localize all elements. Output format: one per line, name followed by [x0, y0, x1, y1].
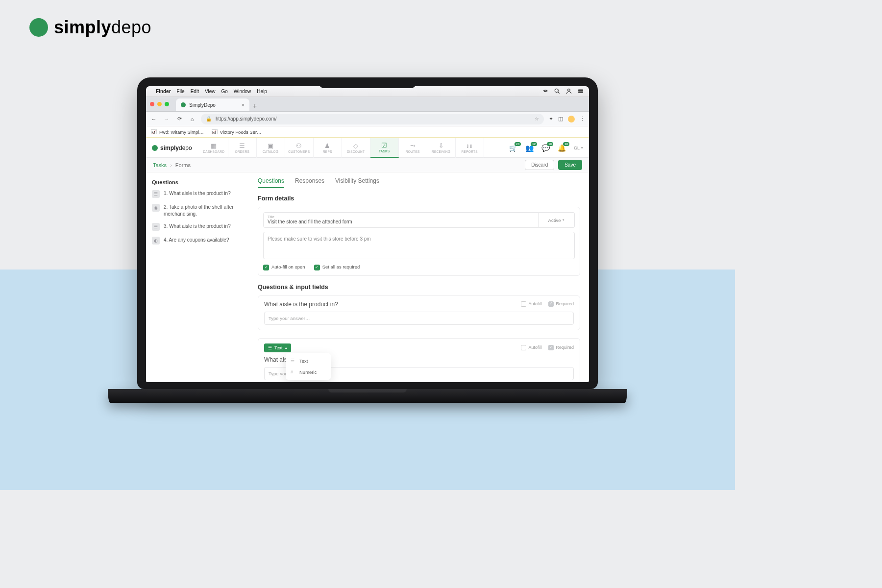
autofill-on-open-checkbox[interactable]: ✓Auto-fill on open: [263, 264, 305, 270]
nav-orders[interactable]: ☰ORDERS: [228, 138, 257, 158]
control-center-icon[interactable]: [577, 88, 584, 96]
nav-customers[interactable]: ⚇CUSTOMERS: [285, 138, 314, 158]
address-bar[interactable]: 🔒 https://app.simplydepo.com/ ☆: [201, 114, 544, 124]
save-button[interactable]: Save: [558, 160, 582, 170]
question-autofill-checkbox[interactable]: Autofill: [521, 345, 541, 350]
bookmark-item[interactable]: M Fwd: Witamy Simpl…: [151, 129, 204, 135]
tab-title: SimplyDepo: [189, 102, 216, 108]
app-logo[interactable]: simplydepo: [152, 145, 192, 151]
text-question-icon: ☰: [152, 190, 160, 198]
tasks-icon: ☑: [381, 142, 387, 148]
team-icon[interactable]: 👥12: [525, 144, 534, 152]
side-panel-icon[interactable]: ◫: [558, 116, 563, 122]
app-header: simplydepo ▦DASHBOARD ☰ORDERS ▣CATALOG ⚇…: [146, 138, 589, 158]
home-icon[interactable]: ⌂: [188, 116, 196, 122]
mac-menu-app[interactable]: Finder: [156, 89, 171, 94]
crumb-tasks[interactable]: Tasks: [153, 162, 167, 168]
tab-favicon-icon: [181, 102, 186, 107]
brand-dot-icon: [29, 18, 48, 37]
type-option-numeric[interactable]: #Numeric: [286, 367, 331, 378]
orders-icon: ☰: [239, 143, 245, 149]
set-all-required-checkbox[interactable]: ✓Set all as required: [314, 264, 360, 270]
spotlight-icon[interactable]: [554, 88, 561, 96]
sidebar-question-item[interactable]: ◐ 4. Are any coupons available?: [152, 237, 243, 245]
laptop-mockup: Finder File Edit View Go Window Help: [137, 77, 598, 403]
user-menubar-icon[interactable]: [565, 88, 572, 96]
top-nav: ▦DASHBOARD ☰ORDERS ▣CATALOG ⚇CUSTOMERS ♟…: [200, 138, 484, 158]
receiving-icon: ⇩: [439, 143, 444, 149]
chevron-down-icon: ▾: [563, 218, 564, 222]
sidebar-question-item[interactable]: ◉ 2. Take a photo of the shelf after mer…: [152, 204, 243, 217]
bookmark-item[interactable]: M Victory Foods Ser…: [212, 129, 262, 135]
questions-heading: Questions & input fields: [258, 284, 580, 291]
fullscreen-window-icon[interactable]: [165, 102, 169, 106]
laptop-base: [108, 389, 627, 403]
tab-responses[interactable]: Responses: [295, 177, 324, 188]
nav-reports[interactable]: ⫾⫾REPORTS: [456, 138, 484, 158]
nav-reps[interactable]: ♟REPS: [314, 138, 342, 158]
form-description-input[interactable]: Please make sure to visit this store bef…: [263, 232, 575, 259]
catalog-icon: ▣: [268, 143, 273, 149]
url-text: https://app.simplydepo.com/: [216, 116, 277, 122]
crumb-forms: Forms: [175, 162, 191, 168]
mac-menu-help[interactable]: Help: [257, 89, 267, 94]
sidebar-question-item[interactable]: ☰ 3. What aisle is the product in?: [152, 223, 243, 231]
chat-icon[interactable]: 💬10: [541, 144, 550, 152]
extensions-icon[interactable]: ✦: [549, 116, 553, 122]
question-autofill-checkbox[interactable]: Autofill: [521, 301, 541, 307]
reports-icon: ⫾⫾: [466, 143, 473, 149]
text-type-icon: ☰: [268, 345, 272, 350]
nav-discount[interactable]: ◇DISCOUNT: [342, 138, 370, 158]
answer-input[interactable]: Type your answer…: [264, 312, 574, 325]
sidebar-question-item[interactable]: ☰ 1. What aisle is the product in?: [152, 190, 243, 198]
type-option-text[interactable]: ☰Text: [286, 355, 331, 367]
nav-dashboard[interactable]: ▦DASHBOARD: [200, 138, 228, 158]
window-traffic-lights[interactable]: [150, 102, 169, 106]
question-card: What aisle is the product in? Autofill R…: [258, 295, 580, 330]
mac-menu-window[interactable]: Window: [234, 89, 251, 94]
form-title-input[interactable]: Title Visit the store and fill the attac…: [263, 212, 539, 228]
question-type-dropdown[interactable]: ☰ Text ▴: [264, 343, 291, 352]
discount-icon: ◇: [353, 143, 358, 149]
svg-rect-3: [578, 91, 584, 93]
app-logo-dot-icon: [152, 145, 158, 151]
laptop-notch: [318, 77, 416, 88]
bookmark-label: Fwd: Witamy Simpl…: [159, 129, 204, 135]
profile-avatar-icon[interactable]: [568, 116, 575, 122]
nav-receiving[interactable]: ⇩RECEIVING: [427, 138, 456, 158]
reload-icon[interactable]: ⟳: [175, 116, 183, 122]
question-type-menu: ☰Text #Numeric: [286, 353, 331, 380]
form-status-dropdown[interactable]: Active▾: [539, 212, 575, 228]
tab-questions[interactable]: Questions: [258, 177, 284, 188]
team-badge: 12: [531, 142, 537, 146]
close-window-icon[interactable]: [150, 102, 154, 106]
mac-menu-go[interactable]: Go: [221, 89, 227, 94]
browser-toolbar: ← → ⟳ ⌂ 🔒 https://app.simplydepo.com/ ☆ …: [146, 112, 589, 126]
nav-tasks[interactable]: ☑TASKS: [370, 138, 399, 158]
tab-visibility[interactable]: Visibility Settings: [335, 177, 379, 188]
browser-tab-strip: SimplyDepo × +: [146, 97, 589, 112]
form-tabs: Questions Responses Visibility Settings: [258, 177, 580, 188]
question-required-checkbox[interactable]: Required: [548, 345, 574, 350]
minimize-window-icon[interactable]: [157, 102, 162, 106]
back-icon[interactable]: ←: [150, 116, 158, 122]
mac-menu-edit[interactable]: Edit: [191, 89, 199, 94]
mac-menu-view[interactable]: View: [205, 89, 216, 94]
question-required-checkbox[interactable]: Required: [548, 301, 574, 307]
checkbox-checked-icon: ✓: [314, 265, 320, 270]
nav-routes[interactable]: ⤳ROUTES: [399, 138, 427, 158]
photo-question-icon: ◉: [152, 204, 160, 212]
chrome-menu-icon[interactable]: ⋮: [580, 116, 585, 122]
discard-button[interactable]: Discard: [525, 160, 554, 170]
wifi-icon[interactable]: [542, 88, 549, 96]
bell-icon[interactable]: 🔔10: [558, 144, 566, 152]
tab-close-icon[interactable]: ×: [242, 102, 245, 108]
nav-catalog[interactable]: ▣CATALOG: [257, 138, 285, 158]
mac-menu-file[interactable]: File: [177, 89, 185, 94]
new-tab-button[interactable]: +: [249, 100, 260, 111]
bookmark-star-icon[interactable]: ☆: [535, 116, 539, 122]
browser-tab[interactable]: SimplyDepo ×: [176, 98, 249, 111]
forward-icon[interactable]: →: [163, 116, 171, 122]
cart-icon[interactable]: 🛒20: [509, 144, 517, 152]
user-menu[interactable]: GL ▾: [574, 146, 583, 150]
